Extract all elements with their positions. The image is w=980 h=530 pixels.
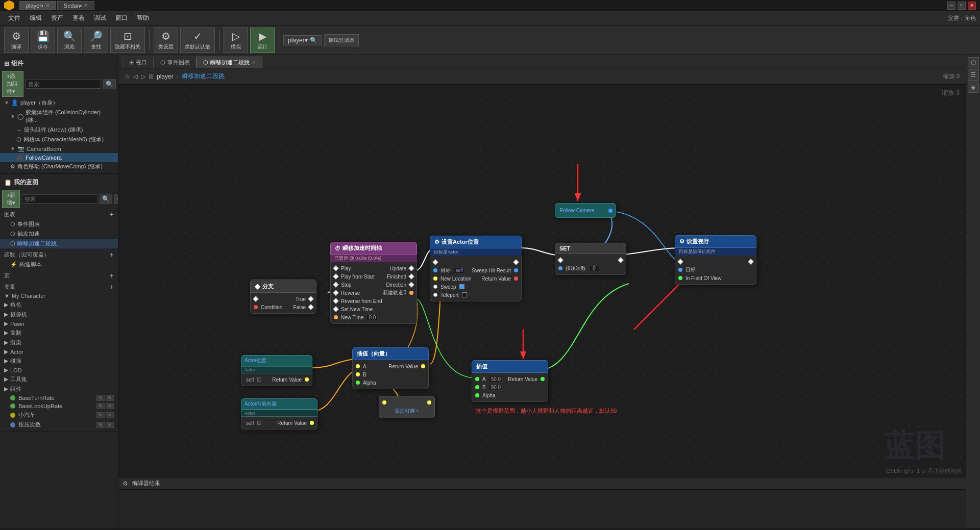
run-btn[interactable]: ▶ 运行	[250, 28, 275, 53]
menu-file[interactable]: 文件	[4, 13, 24, 23]
class-defaults-btn[interactable]: ✓ 类默认认值	[180, 28, 215, 53]
function-item-construct[interactable]: ⚡ 构造脚本	[0, 260, 118, 269]
close-window-btn[interactable]: ✕	[968, 2, 976, 10]
menu-debug[interactable]: 调试	[90, 13, 110, 23]
var-category-collision[interactable]: ▶碰撞	[0, 356, 118, 366]
class-settings-btn[interactable]: ⚙ 类设置	[154, 28, 178, 53]
tree-item-arrow[interactable]: → 箭头组件 (Arrow) (继承)	[0, 125, 118, 135]
nav-back-btn[interactable]: ◁	[133, 73, 138, 80]
set-actor-location-node[interactable]: ⚙ 设置Actor位置 目标是Actor	[430, 236, 522, 301]
breadcrumb-star[interactable]: ☆	[125, 73, 130, 80]
components-icon: ⊞	[4, 60, 9, 67]
var-category-pawn[interactable]: ▶Pawn	[0, 319, 118, 328]
close-icon-2[interactable]: ✕	[84, 3, 88, 8]
minimize-btn[interactable]: ─	[947, 2, 955, 10]
save-btn[interactable]: 💾 保存	[31, 28, 55, 53]
browse-btn[interactable]: 🔍 浏览	[57, 28, 82, 53]
component-search-btn[interactable]: 🔍	[103, 79, 116, 89]
player-filter[interactable]: player▾ 🔍	[283, 35, 322, 45]
sidebar-defaults-btn[interactable]: ◈	[968, 82, 979, 93]
sweep-checkbox[interactable]	[459, 284, 464, 289]
var-item-press-count[interactable]: 按压次数 ✎ ✕	[0, 420, 118, 430]
tree-item-player[interactable]: ▼ 👤 player（自身）	[0, 98, 118, 108]
add-graph-btn[interactable]: +	[110, 210, 114, 218]
var-category-replicate[interactable]: ▶复制	[0, 328, 118, 338]
maximize-btn[interactable]: □	[958, 2, 966, 10]
menu-help[interactable]: 帮助	[133, 13, 153, 23]
add-component-btn[interactable]: +添加组件▾	[2, 71, 23, 97]
lerp-float-node[interactable]: 插值 A 50.0 Return Value	[472, 360, 548, 402]
hide-unrelated-btn[interactable]: ⊡ 隐藏不相关	[110, 28, 145, 53]
set-node[interactable]: SET	[555, 243, 626, 275]
actor-forward-node[interactable]: Actor向前向量 Actor self Return Value	[241, 398, 317, 430]
tree-item-charmove[interactable]: ⚙ 角色移动 (CharMoveComp) (继承)	[0, 162, 118, 171]
var-edit-btn-3[interactable]: ✎	[96, 412, 105, 418]
search-filter-icon[interactable]: 🔍	[310, 37, 317, 44]
graph-item-teleport[interactable]: ⬡ 瞬移加速二段跳	[0, 239, 118, 248]
tab-viewport[interactable]: ⊞ 视口	[122, 57, 154, 68]
menu-assets[interactable]: 资产	[47, 13, 67, 23]
var-category-render[interactable]: ▶渲染	[0, 338, 118, 347]
add-node[interactable]: 添加引脚 +	[379, 396, 435, 418]
bp-search-input[interactable]	[22, 194, 97, 204]
lerp-vector-node[interactable]: 插值（向量） A Return Value	[352, 347, 429, 389]
tree-item-capsule[interactable]: ▼ ◯ 胶囊体组件 (CollisionCylinder) (继...	[0, 108, 118, 125]
debug-filter-btn[interactable]: 调试过滤器	[324, 34, 359, 46]
tree-item-mesh[interactable]: ⬡ 网格体 (CharacterMesh0) (继承)	[0, 135, 118, 144]
sidebar-list-btn[interactable]: ☰	[968, 69, 979, 81]
add-variable-btn[interactable]: +	[110, 283, 114, 291]
menu-edit[interactable]: 编辑	[26, 13, 46, 23]
var-edit-btn-2[interactable]: ✎	[96, 403, 105, 409]
breadcrumb-player[interactable]: player	[157, 73, 174, 80]
actor-location-node[interactable]: Actor位置 Actor self Return Value	[241, 355, 312, 386]
var-delete-btn[interactable]: ✕	[106, 395, 114, 401]
window-tab-player[interactable]: player• ✕	[19, 1, 56, 10]
var-category-camera[interactable]: ▶摄像机	[0, 310, 118, 319]
compile-results-tab[interactable]: 编译器结果	[132, 479, 160, 487]
close-tab-icon[interactable]: ✕	[252, 60, 256, 65]
graph-item-event[interactable]: ⬡ 事件图表	[0, 219, 118, 229]
follow-camera-node[interactable]: Follow Camera	[555, 203, 616, 218]
add-pin-btn[interactable]: 添加引脚 +	[379, 407, 434, 416]
close-icon[interactable]: ✕	[45, 3, 50, 8]
var-delete-btn-3[interactable]: ✕	[106, 412, 114, 418]
tree-item-cameraboom[interactable]: ▼ 📷 CameraBoom	[0, 144, 118, 153]
tree-item-followcamera[interactable]: 🎥 FollowCamera	[0, 153, 118, 162]
timeline-node[interactable]: ⏱ 瞬移加速时间轴 已暂停 @ 0.00s (0.0%) Play	[330, 242, 417, 324]
teleport-checkbox[interactable]	[462, 292, 467, 297]
var-item-baseturnrate[interactable]: BaseTurnRate ✎ ✕	[0, 394, 118, 402]
var-category-role[interactable]: ▶角色	[0, 300, 118, 310]
branch-node[interactable]: ◆ 分支 True	[250, 280, 316, 314]
sidebar-variables-btn[interactable]: ⬡	[968, 57, 979, 68]
menu-view[interactable]: 查看	[68, 13, 89, 23]
simulate-btn[interactable]: ▷ 模拟	[224, 28, 248, 53]
var-delete-btn-4[interactable]: ✕	[106, 422, 114, 428]
tab-event-graph[interactable]: ⬡ 事件图表	[154, 57, 197, 68]
var-edit-btn-4[interactable]: ✎	[96, 422, 105, 428]
bp-search-btn[interactable]: 🔍	[100, 194, 112, 204]
var-category-mycharacter[interactable]: ▼ My Character	[0, 292, 118, 300]
var-group-components[interactable]: ▶组件	[0, 384, 118, 394]
menu-window[interactable]: 窗口	[111, 13, 132, 23]
var-edit-btn[interactable]: ✎	[96, 395, 105, 401]
add-macro-btn[interactable]: +	[110, 271, 114, 280]
var-item-car[interactable]: 小汽车 ✎ ✕	[0, 410, 118, 420]
set-fov-node[interactable]: ⚙ 设置视野 目标是摄像机组件	[675, 235, 756, 285]
var-category-tools[interactable]: ▶工具集	[0, 374, 118, 384]
add-function-btn[interactable]: +	[110, 250, 114, 259]
component-search-input[interactable]	[26, 80, 101, 89]
tab-teleport[interactable]: ⬡ 瞬移加速二段跳 ✕	[197, 57, 262, 68]
find-btn[interactable]: 🔎 查找	[84, 28, 108, 53]
bp-canvas[interactable]: ◆ 分支 True	[118, 85, 966, 477]
nav-forward-btn[interactable]: ▷	[141, 73, 145, 80]
var-item-baselookuprate[interactable]: BaseLookUpRate ✎ ✕	[0, 402, 118, 410]
bp-options-btn[interactable]: 👁	[114, 194, 118, 204]
var-category-actor[interactable]: ▶Actor	[0, 347, 118, 356]
var-delete-btn-2[interactable]: ✕	[106, 403, 114, 409]
add-new-btn[interactable]: +新增▾	[2, 190, 20, 208]
graph-item-trigger[interactable]: ⬡ 触发加速	[0, 229, 118, 239]
sal-return-pin	[514, 276, 518, 281]
var-category-lod[interactable]: ▶LOD	[0, 366, 118, 374]
compile-btn[interactable]: ⚙ 编译	[4, 28, 29, 53]
window-tab-sedan[interactable]: Sedan• ✕	[57, 1, 95, 10]
